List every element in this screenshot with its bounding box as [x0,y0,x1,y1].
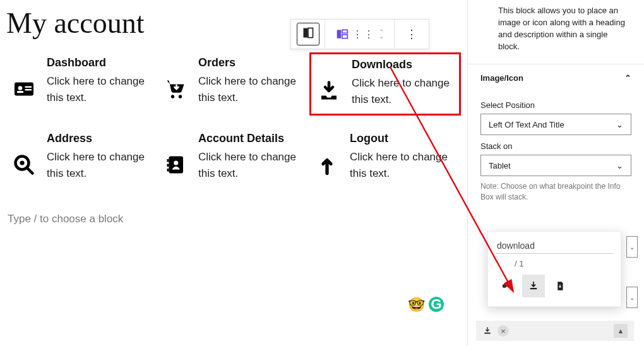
panel-section-title: Image/Icon [480,73,523,83]
svg-rect-2 [17,91,24,93]
select-position-dropdown[interactable]: Left Of Text And Title ⌄ [480,114,631,135]
parent-block-button[interactable] [291,20,325,49]
hidden-dropdown-chevron[interactable]: ⌄ [626,236,638,258]
block-description: This block allows you to place an image … [468,0,644,64]
stack-note: Note: Choose on what breakpoint the Info… [480,181,631,203]
info-box-address[interactable]: Address Click here to change this text. [6,128,158,188]
search-location-icon [10,132,38,176]
emoji-icon: 🤓 [408,297,425,313]
address-book-icon [162,132,189,176]
download-icon [315,58,343,102]
info-box-logout[interactable]: Logout Click here to change this text. [309,128,461,188]
svg-point-13 [174,160,178,165]
chevron-down-icon: ⌄ [616,120,623,129]
svg-rect-19 [530,288,537,289]
icon-results [496,275,613,297]
info-box-desc[interactable]: Click here to change this text. [350,149,457,181]
kebab-icon: ⋮ [406,27,417,41]
svg-rect-12 [167,169,169,172]
info-box-title[interactable]: Address [47,132,154,145]
svg-rect-20 [484,333,490,334]
block-type-button[interactable]: ⋮⋮ ⌃⌄ [325,20,395,49]
remove-icon-button[interactable]: × [498,325,509,337]
cart-icon [162,56,189,100]
block-appender[interactable]: Type / to choose a block [6,213,461,225]
stack-on-label: Stack on [480,141,631,151]
svg-rect-11 [167,164,169,167]
hidden-dropdown-chevron[interactable]: ⌄ [626,287,638,308]
icon-picker-popover: / 1 [487,231,621,307]
id-card-icon [10,56,38,100]
move-arrows[interactable]: ⌃⌄ [379,30,384,39]
block-toolbar: ⋮⋮ ⌃⌄ ⋮ [290,19,429,49]
svg-rect-10 [167,159,169,162]
svg-rect-4 [25,89,32,90]
svg-rect-3 [25,86,32,88]
info-box-title[interactable]: Logout [350,132,457,145]
select-position-value: Left Of Text And Title [489,120,564,129]
info-box-desc[interactable]: Click here to change this text. [198,149,306,181]
svg-point-5 [171,95,174,98]
info-box-grid: Dashboard Click here to change this text… [6,52,461,188]
svg-rect-18 [342,35,347,39]
svg-point-6 [179,95,182,98]
select-position-label: Select Position [480,100,631,110]
drag-handle-icon[interactable]: ⋮⋮ [352,28,375,40]
info-box-downloads[interactable]: Downloads Click here to change this text… [309,52,461,116]
icon-pagination: / 1 [496,254,613,273]
icon-result-file-download[interactable] [549,275,571,297]
svg-rect-14 [303,28,307,38]
info-box-desc[interactable]: Click here to change this text. [352,75,455,107]
stack-on-dropdown[interactable]: Tablet ⌄ [480,155,631,176]
download-icon [482,326,492,336]
selected-icon-chip: × ▲ [476,321,634,341]
info-box-orders[interactable]: Orders Click here to change this text. [158,52,309,116]
svg-rect-16 [337,30,341,38]
collapse-button[interactable]: ▲ [614,324,628,338]
chevron-down-icon: ⌄ [616,161,623,170]
svg-rect-15 [308,28,313,38]
icon-result-cloud-download[interactable] [496,275,518,297]
info-box-title[interactable]: Orders [198,56,306,69]
svg-rect-17 [342,30,347,33]
chevron-up-icon: ⌃ [624,73,631,83]
editor-canvas: My account Dashboard Click here to chang… [0,0,467,346]
icon-result-download[interactable] [522,275,545,297]
info-box-title[interactable]: Account Details [198,132,306,145]
more-options-button[interactable]: ⋮ [395,20,429,49]
info-box-desc[interactable]: Click here to change this text. [47,73,154,105]
info-box-account-details[interactable]: Account Details Click here to change thi… [158,128,309,188]
icon-search-input[interactable] [496,238,613,254]
info-box-title[interactable]: Downloads [352,58,455,71]
stack-on-value: Tablet [489,161,511,170]
floating-indicators: 🤓 G [408,297,444,313]
arrow-up-icon [313,132,341,176]
grammarly-icon[interactable]: G [429,297,444,312]
info-box-title[interactable]: Dashboard [47,56,154,69]
panel-section-image-icon[interactable]: Image/Icon ⌃ [468,64,644,92]
info-box-desc[interactable]: Click here to change this text. [47,149,154,181]
svg-point-1 [18,86,23,90]
info-box-desc[interactable]: Click here to change this text. [198,73,306,105]
svg-point-8 [20,160,24,165]
info-box-dashboard[interactable]: Dashboard Click here to change this text… [6,52,158,116]
